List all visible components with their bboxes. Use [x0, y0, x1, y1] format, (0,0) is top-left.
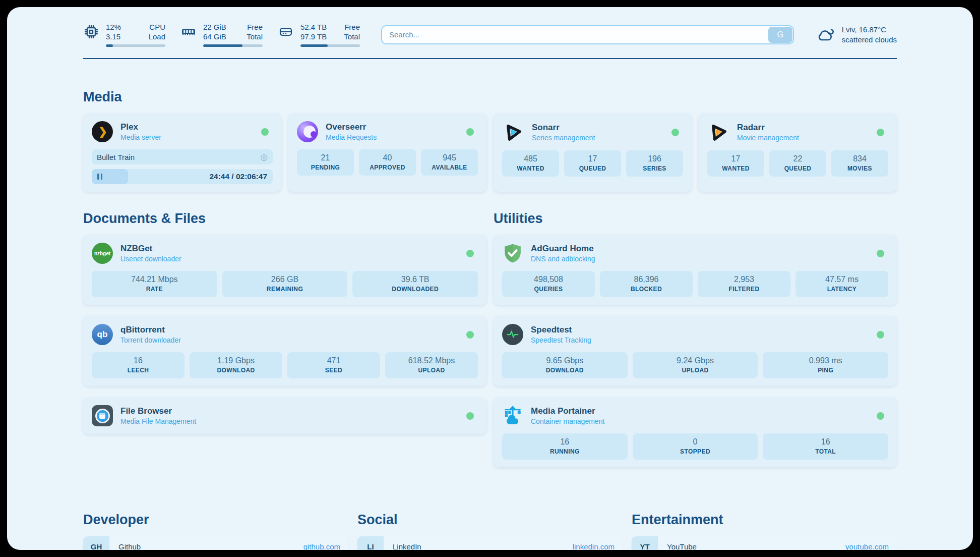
section-title-utilities: Utilities — [494, 211, 897, 227]
status-online-dot — [261, 128, 269, 136]
cpu-icon — [83, 24, 99, 40]
disk-icon — [278, 24, 294, 40]
bookmark-abbr: YT — [632, 536, 658, 550]
portainer-icon — [502, 405, 523, 426]
status-online-dot — [877, 250, 884, 257]
adguard-icon — [502, 243, 523, 264]
app-card-filebrowser[interactable]: File Browser Media File Management — [83, 398, 486, 434]
stat-tile: 498,508 QUERIES — [502, 271, 595, 297]
bookmark-url[interactable]: youtube.com — [845, 542, 889, 550]
ram-total: 64 GiB — [203, 32, 226, 41]
disk-progress-bar — [300, 44, 360, 47]
stat-tile: 0.993 ms PING — [763, 352, 888, 378]
app-subtitle: DNS and adblocking — [531, 255, 595, 263]
app-card-plex[interactable]: ❯ Plex Media server Bullet Train ◎ 24:44… — [83, 114, 281, 192]
plex-icon: ❯ — [92, 121, 113, 142]
header-divider — [83, 58, 897, 59]
weather-condition: scattered clouds — [842, 35, 897, 45]
stat-tile: 16 LEECH — [92, 352, 185, 378]
status-online-dot — [671, 129, 679, 136]
top-bar: 12% 3.15 CPU Load — [7, 7, 973, 47]
bookmark-linkedin[interactable]: LI LinkedIn linkedin.com — [357, 536, 623, 550]
entertainment-column: Entertainment YT YouTube youtube.com NF … — [632, 512, 897, 550]
app-card-adguard[interactable]: AdGuard Home DNS and adblocking 498,508 … — [494, 235, 897, 305]
search-bar: G — [381, 25, 794, 44]
bookmark-name: YouTube — [667, 542, 697, 550]
app-subtitle: Speedtest Tracking — [531, 336, 591, 344]
app-card-overseerr[interactable]: Overseerr Media Requests 21 PENDING 40 A… — [288, 114, 486, 192]
bookmark-abbr: GH — [83, 536, 109, 550]
status-online-dot — [877, 331, 884, 339]
developer-column: Developer GH Github github.com SO StackO… — [83, 512, 348, 550]
app-card-speedtest[interactable]: Speedtest Speedtest Tracking 9.65 Gbps D… — [494, 316, 897, 386]
ram-icon — [180, 24, 197, 40]
weather-widget: Lviv, 16.87°C scattered clouds — [816, 25, 897, 45]
app-name: Media Portainer — [531, 406, 604, 416]
speedtest-icon — [502, 324, 523, 345]
app-card-nzbget[interactable]: nzbget NZBGet Usenet downloader 744.21 M… — [83, 235, 486, 305]
app-subtitle: Media Requests — [326, 133, 377, 141]
app-subtitle: Movie management — [737, 134, 799, 142]
app-name: Radarr — [737, 123, 799, 133]
app-name: qBittorrent — [120, 325, 181, 335]
stat-tile: 1.19 Gbps DOWNLOAD — [190, 352, 282, 378]
section-title-documents: Documents & Files — [83, 211, 486, 227]
section-title-media: Media — [83, 89, 897, 105]
system-stats: 12% 3.15 CPU Load — [83, 22, 360, 47]
nzbget-icon: nzbget — [92, 243, 113, 264]
stat-tile: 40 APPROVED — [359, 149, 416, 176]
section-title-social: Social — [357, 512, 623, 528]
stat-tile: 266 GB REMAINING — [222, 271, 348, 297]
stat-tile: 22 QUEUED — [769, 150, 826, 177]
status-online-dot — [877, 129, 884, 136]
app-name: NZBGet — [120, 244, 181, 254]
section-title-developer: Developer — [83, 512, 348, 528]
app-name: Speedtest — [531, 325, 591, 335]
bookmark-github[interactable]: GH Github github.com — [83, 536, 348, 550]
app-subtitle: Series management — [532, 134, 595, 142]
stat-tile: 16 TOTAL — [763, 433, 888, 460]
app-card-qbittorrent[interactable]: qb qBittorrent Torrent downloader 16 LEE… — [83, 316, 486, 386]
search-engine-button[interactable]: G — [768, 27, 792, 43]
cpu-stat: 12% 3.15 CPU Load — [83, 22, 165, 47]
stat-tile: 618.52 Mbps UPLOAD — [385, 352, 478, 378]
bookmark-abbr: LI — [357, 536, 384, 550]
app-card-portainer[interactable]: Media Portainer Container management 16 … — [494, 398, 897, 467]
bookmark-url[interactable]: linkedin.com — [573, 542, 615, 550]
status-online-dot — [466, 128, 474, 136]
cpu-load-label: Load — [149, 32, 165, 41]
bookmark-youtube[interactable]: YT YouTube youtube.com — [632, 536, 897, 550]
radarr-icon — [706, 120, 730, 144]
bookmark-name: Github — [118, 542, 141, 550]
cpu-usage: 12% — [106, 22, 121, 32]
overseerr-icon — [297, 121, 318, 142]
stat-tile: 471 SEED — [287, 352, 380, 378]
now-playing-title: Bullet Train — [97, 153, 135, 161]
filebrowser-icon — [92, 405, 113, 426]
app-name: Overseerr — [326, 122, 377, 132]
playback-time: 24:44 / 02:06:47 — [209, 172, 267, 181]
cloud-icon — [816, 27, 835, 43]
stat-tile: 47.57 ms LATENCY — [795, 271, 888, 297]
stat-tile: 485 WANTED — [502, 150, 559, 177]
cpu-progress-bar — [106, 44, 165, 47]
app-card-radarr[interactable]: Radarr Movie management 17 WANTED 22 QUE… — [699, 114, 897, 192]
status-online-dot — [466, 331, 474, 339]
search-input[interactable] — [381, 25, 794, 44]
app-name: Plex — [120, 122, 161, 132]
disk-free: 52.4 TB — [300, 22, 327, 32]
disk-free-label: Free — [344, 22, 360, 32]
stat-tile: 86,396 BLOCKED — [600, 271, 693, 297]
app-subtitle: Usenet downloader — [120, 255, 181, 263]
app-subtitle: Torrent downloader — [120, 336, 181, 344]
playback-progress[interactable]: 24:44 / 02:06:47 — [92, 169, 273, 184]
session-target-icon[interactable]: ◎ — [260, 153, 268, 161]
app-card-sonarr[interactable]: Sonarr Series management 485 WANTED 17 Q… — [494, 114, 692, 192]
section-title-entertainment: Entertainment — [632, 512, 897, 528]
app-subtitle: Media File Management — [120, 417, 196, 425]
bookmark-url[interactable]: github.com — [303, 542, 340, 550]
utilities-column: Utilities AdGuard Home DNS and adblockin… — [494, 211, 897, 479]
ram-progress-bar — [203, 44, 263, 47]
ram-total-label: Total — [247, 32, 263, 41]
ram-free-label: Free — [247, 22, 263, 32]
